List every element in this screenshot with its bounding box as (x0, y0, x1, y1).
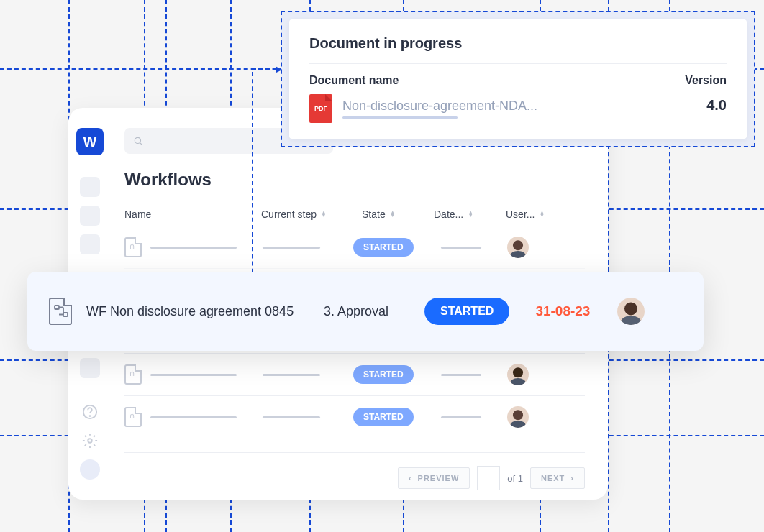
gear-icon[interactable] (80, 431, 100, 451)
document-file[interactable]: PDF Non-disclosure-agreement-NDA... (309, 94, 537, 123)
document-filename: Non-disclosure-agreement-NDA... (342, 98, 537, 114)
chevron-left-icon: ‹ (409, 474, 412, 482)
preview-button[interactable]: ‹PREVIEW (398, 467, 470, 489)
pdf-icon: PDF (309, 94, 332, 123)
placeholder-step (263, 247, 320, 249)
sidebar-nav-item[interactable] (80, 206, 100, 226)
column-name[interactable]: Name (124, 208, 261, 220)
document-progress-callout: Document in progress Document name PDF N… (281, 11, 755, 147)
document-name-label: Document name (309, 74, 537, 87)
svg-rect-4 (55, 306, 59, 309)
version-label: Version (685, 74, 727, 87)
app-logo[interactable]: W (76, 128, 104, 155)
table-row[interactable]: STARTED (124, 395, 585, 438)
chevron-right-icon: › (570, 474, 574, 482)
placeholder-name (150, 247, 237, 249)
next-button[interactable]: NEXT› (530, 467, 585, 489)
avatar (507, 237, 529, 258)
svg-rect-5 (63, 313, 68, 316)
avatar (617, 298, 645, 325)
column-state[interactable]: State▲▼ (362, 208, 434, 220)
workflow-icon (49, 298, 72, 325)
status-badge: STARTED (353, 408, 414, 426)
sidebar-nav-item[interactable] (80, 358, 100, 378)
sidebar-nav-item[interactable] (80, 234, 100, 254)
page-input[interactable] (477, 466, 500, 490)
connector-line (252, 68, 278, 70)
workflow-icon (124, 364, 142, 385)
svg-point-1 (90, 416, 91, 416)
sort-icon: ▲▼ (390, 211, 396, 217)
search-icon (133, 136, 143, 146)
column-current-step[interactable]: Current step▲▼ (261, 208, 362, 220)
page-title: Workflows (124, 170, 585, 190)
status-badge: STARTED (353, 238, 414, 257)
status-badge: STARTED (353, 365, 414, 384)
sidebar-nav-item[interactable] (80, 177, 100, 197)
column-user[interactable]: User...▲▼ (506, 208, 570, 220)
workflow-step: 3. Approval (324, 304, 410, 319)
svg-point-2 (88, 439, 92, 443)
avatar (507, 364, 529, 385)
sort-icon: ▲▼ (468, 211, 473, 217)
document-version: 4.0 (706, 97, 727, 114)
avatar (507, 406, 529, 428)
table-row[interactable]: STARTED (124, 353, 585, 395)
column-date[interactable]: Date...▲▼ (434, 208, 506, 220)
arrow-icon: ▶ (276, 64, 282, 74)
user-avatar-mini[interactable] (80, 459, 100, 480)
callout-title: Document in progress (309, 35, 727, 64)
workflow-date: 31-08-23 (535, 303, 590, 319)
workflow-name: WF Non disclosure agreement 0845 (86, 304, 309, 319)
table-row[interactable]: STARTED (124, 226, 585, 268)
sort-icon: ▲▼ (321, 211, 327, 217)
workflow-icon (124, 237, 142, 257)
pagination: ‹PREVIEW of 1 NEXT› (124, 452, 585, 490)
sort-icon: ▲▼ (539, 211, 545, 217)
workflow-icon (124, 407, 142, 427)
status-badge: STARTED (424, 298, 509, 325)
connector-line (252, 72, 253, 288)
page-of-label: of 1 (507, 473, 523, 484)
table-header: Name Current step▲▼ State▲▼ Date...▲▼ Us… (124, 203, 585, 226)
highlighted-workflow-row[interactable]: WF Non disclosure agreement 0845 3. Appr… (27, 272, 704, 351)
help-icon[interactable] (80, 402, 100, 422)
placeholder-date (441, 247, 481, 249)
svg-point-3 (135, 137, 140, 143)
